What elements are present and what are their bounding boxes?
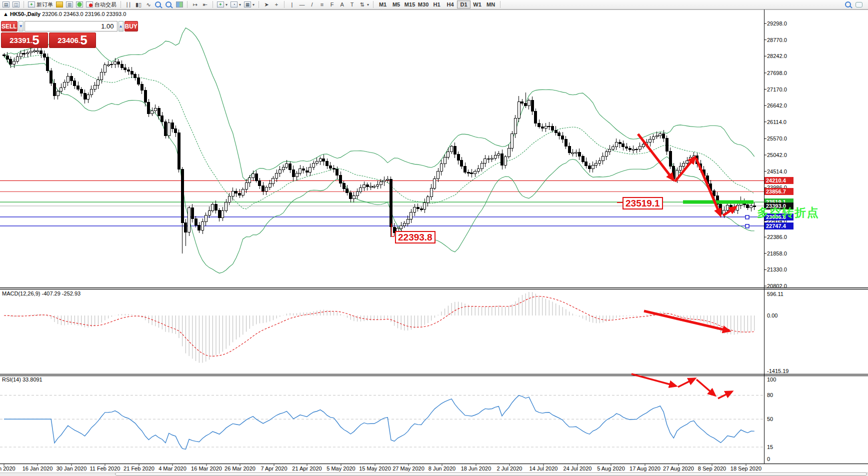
cursor-icon: ➤	[263, 2, 270, 8]
arrows-tool-icon: ⇅	[358, 2, 366, 8]
toolbar-separator	[212, 1, 213, 8]
hline-tool-button[interactable]: —	[297, 0, 307, 9]
timeframe-M15[interactable]: M15	[403, 0, 416, 8]
date-tick-label: 26 Mar 2020	[224, 466, 256, 472]
macd-label: MACD(12,26,9) -407.29 -252.93	[2, 290, 80, 296]
price-level-badge: 24210.4	[764, 177, 794, 184]
bar-chart-icon: ∣∣	[125, 2, 132, 8]
macd-axis-label: -1415.19	[767, 368, 788, 374]
buy-button[interactable]: BUY	[124, 21, 138, 32]
trendline-icon: /	[308, 2, 316, 8]
date-tick-label: 5 Aug 2020	[597, 466, 625, 472]
date-tick-label: 7 Apr 2020	[260, 466, 287, 472]
text-tool-icon: A	[338, 2, 346, 8]
candle-chart-icon: ▮▯	[135, 2, 142, 8]
channel-tool-button[interactable]: ≡	[317, 0, 327, 9]
panel-collapse-icon[interactable]: ▲	[3, 11, 8, 17]
line-chart-button[interactable]: ∿	[144, 0, 154, 9]
date-tick-label: 21 Feb 2020	[124, 466, 154, 472]
one-click-trading-panel: SELL ▼ ▲ BUY 23391 . 5 23406 . 5	[1, 21, 97, 48]
chart-shift-button[interactable]: ⇤	[200, 0, 210, 9]
text-tool-button[interactable]: A	[337, 0, 347, 9]
fibonacci-icon: F	[328, 2, 336, 8]
periods-button[interactable]: ◔▾	[229, 0, 242, 9]
market-watch-button[interactable]: ▥	[64, 0, 74, 9]
price-tick-label: 27698.0	[767, 70, 787, 76]
horizontal-scrollbar-thumb[interactable]	[115, 472, 867, 476]
buy-price[interactable]: 23406 . 5	[49, 32, 96, 48]
sell-price[interactable]: 23391 . 5	[1, 32, 48, 48]
trendline-tool-button[interactable]: /	[307, 0, 317, 9]
search-button[interactable]	[844, 0, 854, 9]
volume-input[interactable]	[24, 21, 118, 32]
buy-price-big-digit: 5	[80, 34, 87, 46]
fibonacci-tool-button[interactable]: F	[327, 0, 337, 9]
crosshair-icon: +	[273, 2, 280, 8]
volume-increase-button[interactable]: ▲	[118, 21, 124, 32]
horizontal-line-icon: —	[298, 2, 306, 8]
trend-turning-point-note[interactable]: 多空转折点	[757, 205, 820, 220]
dropdown-arrow-icon: ▾	[226, 2, 228, 7]
candle-chart-button[interactable]: ▮▯	[134, 0, 144, 9]
price-tick-label: 27170.0	[767, 86, 787, 92]
zoom-out-icon	[166, 2, 172, 8]
bar-chart-button[interactable]: ∣∣	[124, 0, 134, 9]
date-tick-label: Jan 2020	[0, 466, 16, 472]
chat-button[interactable]	[854, 0, 864, 9]
timeframe-H1[interactable]: H1	[430, 0, 444, 8]
sell-price-big-digit: 5	[32, 34, 39, 46]
rsi-axis-label: 80	[767, 392, 773, 398]
toolbar-separator	[24, 1, 24, 8]
arrows-tool-button[interactable]: ⇅▾	[357, 0, 370, 9]
zoom-in-button[interactable]	[154, 0, 164, 9]
cursor-tool-button[interactable]: ➤	[262, 0, 272, 9]
timeframe-MN[interactable]: MN	[484, 0, 498, 8]
date-tick-label: 11 Feb 2020	[90, 466, 120, 472]
date-tick-label: 8 Jun 2020	[428, 466, 456, 472]
volume-decrease-button[interactable]: ▼	[18, 21, 24, 32]
timeframe-W1[interactable]: W1	[470, 0, 484, 8]
new-order-button[interactable]: + 新订单	[26, 0, 54, 9]
date-tick-label: 2 Jul 2020	[497, 466, 522, 472]
toolbar-separator	[284, 1, 284, 8]
templates-icon: ▦	[244, 2, 251, 8]
timeframe-M30[interactable]: M30	[416, 0, 430, 8]
rsi-axis-label: 50	[767, 416, 773, 422]
date-tick-label: 27 Aug 2020	[663, 466, 694, 472]
toolbar-separator	[500, 1, 500, 8]
crosshair-tool-button[interactable]: +	[272, 0, 282, 9]
price-level-badge: 22747.4	[764, 222, 794, 230]
timeframe-H4[interactable]: H4	[444, 0, 457, 8]
templates-button[interactable]: ▦▾	[242, 0, 256, 9]
support-level-label-22393[interactable]: 22393.8	[395, 231, 436, 244]
vline-tool-button[interactable]: |	[287, 0, 297, 9]
rsi-label: RSI(14) 33.8091	[2, 376, 42, 382]
timeframe-M5[interactable]: M5	[390, 0, 403, 8]
tile-windows-button[interactable]	[174, 0, 184, 9]
price-tick-label: 20802.0	[767, 283, 787, 289]
auto-trading-button[interactable]: 自动交易	[84, 0, 118, 9]
new-order-icon: +	[28, 2, 35, 8]
macd-axis-label: 0.00	[767, 312, 778, 318]
sell-button[interactable]: SELL	[1, 21, 18, 32]
indicators-button[interactable]: +▾	[216, 0, 229, 9]
profiles-icon: ◫	[12, 2, 20, 8]
profiles-button[interactable]: ◫	[11, 0, 21, 9]
search-icon	[845, 2, 851, 8]
auto-scroll-button[interactable]: ↦	[190, 0, 200, 9]
label-tool-button[interactable]: T	[347, 0, 357, 9]
price-tick-label: 29298.0	[767, 20, 787, 26]
signals-button[interactable]	[74, 0, 84, 9]
support-level-label-23519[interactable]: 23519.1	[622, 197, 663, 210]
signals-icon	[76, 2, 83, 8]
date-tick-label: 4 Mar 2020	[158, 466, 186, 472]
timeframe-bar: M1M5M15M30H1H4D1W1MN	[376, 0, 498, 8]
timeframe-M1[interactable]: M1	[376, 0, 390, 8]
mql-editor-button[interactable]	[54, 0, 64, 9]
zoom-out-button[interactable]	[164, 0, 174, 9]
window-list-button[interactable]: ▤	[1, 0, 11, 9]
date-tick-label: 14 Jul 2020	[530, 466, 558, 472]
timeframe-D1[interactable]: D1	[457, 0, 470, 8]
macd-axis-label: 596.11	[767, 291, 784, 297]
price-tick-label: 24514.0	[767, 168, 787, 174]
